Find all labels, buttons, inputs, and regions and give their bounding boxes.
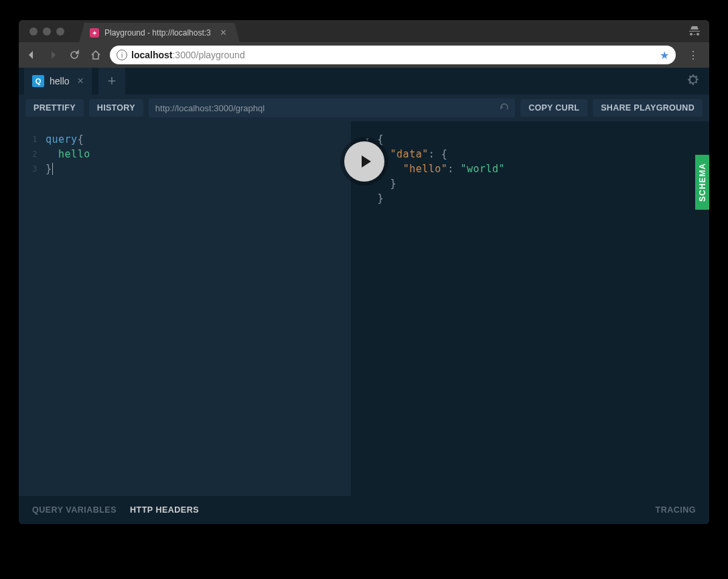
- browser-tab-title: Playground - http://localhost:3: [104, 28, 211, 38]
- playground-tab-name: hello: [50, 76, 70, 86]
- reload-schema-icon[interactable]: [499, 102, 510, 115]
- execute-button[interactable]: [344, 141, 384, 182]
- prettify-button[interactable]: PRETTIFY: [25, 99, 84, 117]
- query-editor[interactable]: 1 2 3 query{ hello }: [19, 121, 351, 496]
- close-window-icon[interactable]: [29, 27, 38, 36]
- add-tab-button[interactable]: +: [98, 68, 125, 94]
- history-button[interactable]: HISTORY: [89, 99, 143, 117]
- url-text: localhost:3000/playground: [131, 50, 245, 60]
- copy-curl-button[interactable]: COPY CURL: [520, 99, 587, 117]
- query-badge-icon: Q: [32, 75, 44, 87]
- share-playground-button[interactable]: SHARE PLAYGROUND: [593, 99, 703, 117]
- line-gutter: 1 2 3: [19, 132, 46, 496]
- site-info-icon[interactable]: i: [117, 50, 127, 60]
- http-headers-tab[interactable]: HTTP HEADERS: [130, 505, 199, 515]
- schema-tab[interactable]: SCHEMA: [695, 155, 709, 210]
- maximize-window-icon[interactable]: [56, 27, 64, 36]
- browser-tabbar: ✦ Playground - http://localhost:3 ×: [19, 20, 709, 42]
- bookmark-icon[interactable]: ★: [660, 49, 669, 62]
- query-code: query{ hello }: [46, 132, 351, 496]
- close-playground-tab-icon[interactable]: ×: [78, 75, 84, 87]
- address-bar: i localhost:3000/playground ★ ⋮: [19, 42, 709, 68]
- browser-menu-icon[interactable]: ⋮: [682, 49, 704, 62]
- tab-favicon-icon: ✦: [90, 28, 99, 38]
- playground-toolbar: PRETTIFY HISTORY http://localhost:3000/g…: [19, 94, 709, 121]
- minimize-window-icon[interactable]: [43, 27, 51, 36]
- reload-button[interactable]: [67, 50, 82, 60]
- playground-footer: QUERY VARIABLES HTTP HEADERS TRACING: [19, 496, 709, 524]
- url-input[interactable]: i localhost:3000/playground ★: [110, 46, 676, 64]
- back-button[interactable]: [24, 50, 39, 60]
- tracing-tab[interactable]: TRACING: [656, 505, 696, 515]
- browser-tab[interactable]: ✦ Playground - http://localhost:3 ×: [79, 23, 240, 43]
- playground-tabs: Q hello × +: [19, 68, 709, 94]
- query-variables-tab[interactable]: QUERY VARIABLES: [32, 505, 117, 515]
- incognito-icon: [688, 25, 701, 38]
- settings-icon[interactable]: [686, 73, 700, 89]
- browser-window: ✦ Playground - http://localhost:3 × i lo…: [19, 20, 709, 524]
- window-controls[interactable]: [24, 27, 70, 36]
- endpoint-input[interactable]: http://localhost:3000/graphql: [149, 99, 515, 117]
- graphql-playground: Q hello × + PRETTIFY HISTORY http://loca…: [19, 68, 709, 524]
- playground-tab[interactable]: Q hello ×: [24, 68, 92, 94]
- response-viewer: ▾ { "data": { "hello": "world" } }: [351, 121, 710, 496]
- home-button[interactable]: [88, 50, 103, 60]
- close-tab-icon[interactable]: ×: [220, 27, 226, 38]
- forward-button[interactable]: [46, 50, 60, 60]
- editor-area: 1 2 3 query{ hello } ▾ { "data": { "hell…: [19, 121, 709, 496]
- endpoint-url: http://localhost:3000/graphql: [155, 103, 265, 113]
